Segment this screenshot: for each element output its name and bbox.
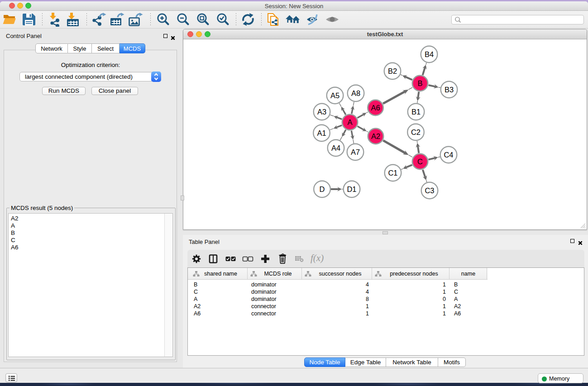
svg-text:A4: A4: [331, 144, 340, 152]
svg-text:B2: B2: [388, 67, 397, 75]
svg-text:A5: A5: [330, 91, 339, 100]
svg-text:B3: B3: [445, 86, 454, 94]
svg-text:D1: D1: [347, 185, 356, 193]
svg-text:A7: A7: [351, 148, 360, 156]
svg-text:C2: C2: [411, 128, 421, 136]
svg-text:C1: C1: [388, 169, 397, 177]
svg-text:C: C: [417, 157, 423, 166]
svg-text:B: B: [417, 79, 422, 87]
svg-text:D: D: [320, 185, 325, 193]
svg-text:A8: A8: [351, 89, 360, 97]
svg-text:C4: C4: [444, 151, 453, 159]
svg-text:A1: A1: [317, 129, 326, 137]
svg-text:B4: B4: [425, 50, 434, 58]
svg-text:B1: B1: [411, 108, 421, 116]
svg-text:A3: A3: [317, 108, 326, 116]
svg-text:C3: C3: [425, 186, 434, 195]
svg-text:A2: A2: [371, 132, 380, 140]
svg-text:A: A: [347, 118, 352, 126]
svg-text:A6: A6: [371, 104, 380, 112]
